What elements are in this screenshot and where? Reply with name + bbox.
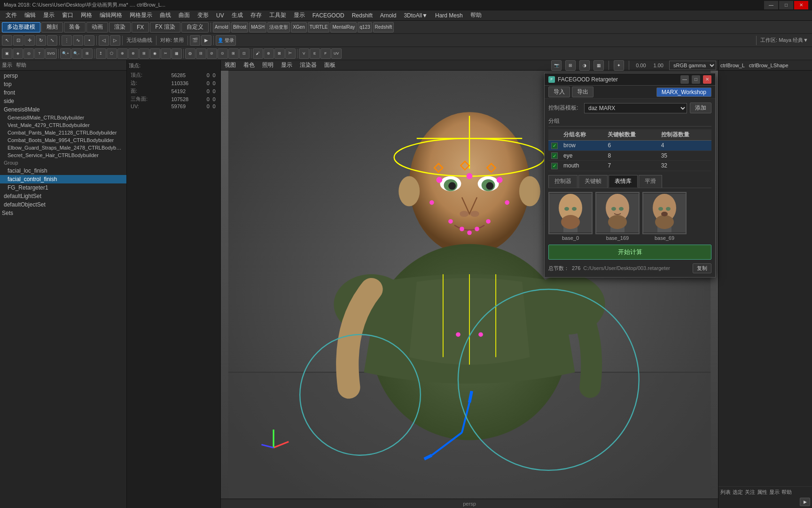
vp-menu-shading[interactable]: 着色 — [242, 61, 257, 69]
menu-deform[interactable]: 变形 — [194, 10, 212, 20]
sym-sel[interactable]: ⊟ — [196, 48, 206, 59]
menu-help[interactable]: 帮助 — [467, 10, 485, 20]
paint-blend[interactable]: ⊠ — [274, 48, 285, 59]
mode-sculpt[interactable]: 雕刻 — [41, 22, 63, 32]
mode-mentalray[interactable]: MentalRay — [330, 22, 357, 32]
ctrl-brow-lshape[interactable]: ctrlBrow_LShape — [749, 63, 789, 68]
menu-arnold[interactable]: Arnold — [376, 11, 400, 20]
poly-fill[interactable]: ▦ — [172, 48, 182, 59]
cb-menu-attr[interactable]: 属性 — [757, 489, 767, 496]
outliner-item-top[interactable]: top — [0, 80, 126, 88]
menu-window[interactable]: 窗口 — [58, 10, 77, 20]
poly-tool-4[interactable]: T — [34, 48, 45, 59]
menu-file[interactable]: 文件 — [2, 10, 21, 20]
maximize-button[interactable]: □ — [779, 1, 793, 9]
vp-menu-lighting[interactable]: 照明 — [260, 61, 275, 69]
fg-tab-smooth[interactable]: 平滑 — [639, 175, 662, 188]
mode-mash[interactable]: MASH — [249, 22, 266, 32]
menu-mesh[interactable]: 网格 — [77, 10, 96, 20]
display-toggle-btn[interactable]: ▶ — [800, 498, 810, 506]
vp-cam-btn[interactable]: 📷 — [551, 60, 562, 71]
vp-menu-renderer[interactable]: 渲染器 — [298, 61, 319, 69]
display-v[interactable]: V — [299, 48, 309, 59]
menu-shelf[interactable]: 工具架 — [265, 10, 290, 20]
gamma-select[interactable]: sRGB gamma — [669, 61, 716, 70]
fg-thumb-img-base169[interactable] — [595, 192, 640, 234]
soft-sel[interactable]: ◍ — [185, 48, 195, 59]
outliner-item-hair[interactable]: Secret_Service_Hair_CTRLBodybuilder — [0, 151, 126, 159]
menu-surface[interactable]: 曲面 — [175, 10, 194, 20]
fg-checkbox-brow[interactable]: ✓ — [551, 143, 558, 149]
select-tool[interactable]: ↖ — [2, 35, 12, 46]
mode-deform[interactable]: 活动变形 — [267, 22, 290, 32]
outliner-item-elbow[interactable]: Elbow_Guard_Straps_Male_2478_CTRLBodybui… — [0, 144, 126, 151]
fg-template-select[interactable]: daz MARX — [584, 103, 687, 113]
fg-minimize-btn[interactable]: — — [680, 75, 689, 84]
outliner-item-objset[interactable]: defaultObjectSet — [0, 200, 126, 209]
slide-edge[interactable]: ⊞ — [228, 48, 239, 59]
fg-table-row-eye[interactable]: ✓ eye 8 35 — [548, 151, 711, 161]
vp-xray-btn[interactable]: ✦ — [614, 60, 624, 71]
cb-menu-help[interactable]: 帮助 — [781, 489, 792, 496]
mode-turtle[interactable]: TURTLE — [308, 22, 330, 32]
menu-display2[interactable]: 显示 — [290, 10, 309, 20]
fg-close-btn[interactable]: ✕ — [703, 75, 711, 84]
snapping-grid[interactable]: ⋮ — [62, 35, 72, 46]
mode-fx-render[interactable]: FX 渲染 — [150, 22, 180, 32]
mode-custom[interactable]: 自定义 — [181, 22, 209, 32]
paint-sel[interactable]: 🖌 — [253, 48, 263, 59]
user-btn[interactable]: 👤 登录 — [216, 35, 236, 46]
menu-edit[interactable]: 编辑 — [21, 10, 39, 20]
cb-menu-select[interactable]: 选定 — [733, 489, 743, 496]
move-tool[interactable]: ✛ — [24, 35, 35, 46]
offset-edge[interactable]: ⊡ — [239, 48, 250, 59]
vp-menu-show[interactable]: 显示 — [279, 61, 294, 69]
fg-import-btn[interactable]: 导入 — [548, 87, 570, 97]
target-weld[interactable]: ⊙ — [218, 48, 228, 59]
poly-tool-1[interactable]: ▣ — [2, 48, 12, 59]
outliner-item-front[interactable]: front — [0, 88, 126, 97]
mode-anim[interactable]: 动画 — [86, 22, 108, 32]
poly-tool-3[interactable]: ◎ — [23, 48, 34, 59]
outliner-item-loc[interactable]: facial_loc_finish — [0, 167, 126, 175]
display-uv[interactable]: UV — [331, 48, 342, 59]
fg-thumb-img-base69[interactable] — [642, 192, 687, 234]
close-button[interactable]: ✕ — [794, 1, 808, 9]
snapping-curve[interactable]: ∿ — [73, 35, 83, 46]
outliner-menu-display[interactable]: 显示 — [2, 62, 12, 69]
fg-checkbox-mouth[interactable]: ✓ — [551, 163, 558, 169]
multi-cut[interactable]: ⊘ — [207, 48, 217, 59]
outliner-item-pants[interactable]: Combat_Pants_Male_21128_CTRLBodybuilder — [0, 129, 126, 136]
outliner-item-group[interactable]: Group — [0, 159, 126, 167]
mode-redshift[interactable]: Redshift — [373, 22, 394, 32]
outliner-menu-help[interactable]: 帮助 — [16, 62, 26, 69]
fg-workshop-btn[interactable]: MARX_Workshop — [656, 87, 711, 97]
menu-save[interactable]: 存存 — [247, 10, 265, 20]
render-btn[interactable]: 🎬 — [190, 35, 200, 46]
minimize-button[interactable]: — — [764, 1, 778, 9]
outliner-item-genesis8-ctrl[interactable]: Genesis8Male_CTRLBodybuilder — [0, 114, 126, 121]
mode-rig[interactable]: 装备 — [64, 22, 86, 32]
poly-extrude[interactable]: ↥ — [96, 48, 106, 59]
outliner-item-boots[interactable]: Combat_Boots_Male_9954_CTRLBodybuilder — [0, 136, 126, 144]
mode-polygon[interactable]: 多边形建模 — [2, 22, 40, 32]
fg-thumb-base69[interactable]: base_69 — [642, 192, 687, 241]
poly-tool-5[interactable]: SVG — [45, 48, 57, 59]
fg-checkbox-eye[interactable]: ✓ — [551, 152, 558, 159]
menu-mesh-display[interactable]: 网格显示 — [126, 10, 156, 20]
fg-tab-controllers[interactable]: 控制器 — [548, 175, 578, 188]
fg-table-row-mouth[interactable]: ✓ mouth 7 32 — [548, 161, 711, 171]
mode-q123[interactable]: q123 — [358, 22, 372, 32]
poly-merge[interactable]: ⊗ — [128, 48, 139, 59]
fg-thumb-base169[interactable]: base_169 — [595, 192, 640, 241]
fg-maximize-btn[interactable]: □ — [692, 75, 700, 84]
poly-loop[interactable]: ◉ — [150, 48, 160, 59]
poly-bevel[interactable]: ⬠ — [107, 48, 117, 59]
mode-bifrost[interactable]: Bifrost — [231, 22, 248, 32]
cb-menu-display[interactable]: 显示 — [769, 489, 780, 496]
fg-export-btn[interactable]: 导出 — [572, 87, 593, 97]
history-back[interactable]: ◁ — [99, 35, 109, 46]
rotate-tool[interactable]: ↻ — [36, 35, 46, 46]
display-f[interactable]: F — [320, 48, 331, 59]
vp-layout-btn[interactable]: ⊞ — [565, 60, 576, 71]
